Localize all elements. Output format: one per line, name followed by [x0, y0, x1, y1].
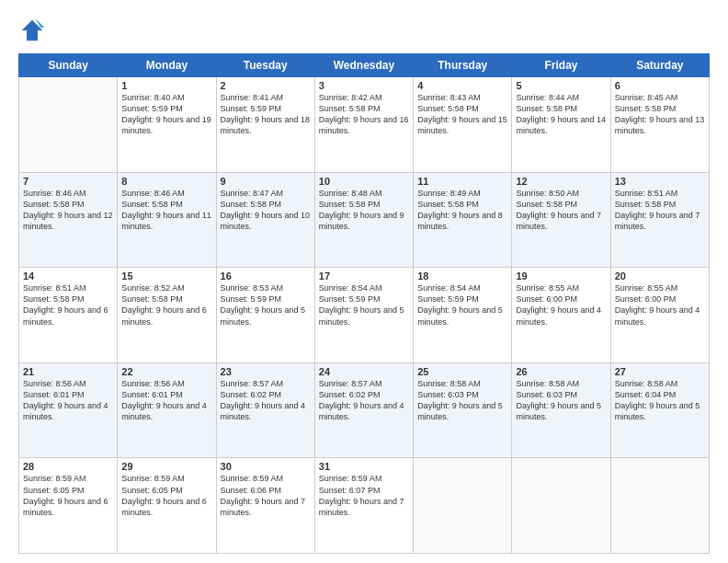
- day-number: 12: [516, 176, 606, 187]
- calendar-cell: [19, 77, 118, 173]
- day-number: 20: [615, 270, 705, 282]
- daylight-text: Daylight: 9 hours and 4 minutes.: [23, 401, 108, 421]
- sunrise-text: Sunrise: 8:40 AM: [121, 93, 185, 102]
- calendar-week-row: 21Sunrise: 8:56 AMSunset: 6:01 PMDayligh…: [19, 362, 710, 458]
- sunrise-text: Sunrise: 8:56 AM: [121, 379, 185, 388]
- calendar-cell: 1Sunrise: 8:40 AMSunset: 5:59 PMDaylight…: [118, 77, 216, 173]
- cell-info: Sunrise: 8:54 AMSunset: 5:59 PMDaylight:…: [319, 282, 409, 327]
- calendar-week-row: 28Sunrise: 8:59 AMSunset: 6:05 PMDayligh…: [19, 458, 710, 554]
- weekday-header-saturday: Saturday: [610, 54, 709, 77]
- day-number: 28: [23, 461, 113, 472]
- sunset-text: Sunset: 5:58 PM: [615, 104, 677, 113]
- daylight-text: Daylight: 9 hours and 7 minutes.: [221, 497, 306, 517]
- sunrise-text: Sunrise: 8:54 AM: [417, 283, 481, 293]
- cell-info: Sunrise: 8:51 AMSunset: 5:58 PMDaylight:…: [23, 282, 113, 327]
- sunset-text: Sunset: 6:06 PM: [221, 486, 282, 495]
- calendar-cell: 9Sunrise: 8:47 AMSunset: 5:58 PMDaylight…: [216, 172, 314, 268]
- day-number: 18: [417, 270, 507, 282]
- day-number: 13: [615, 176, 705, 187]
- sunrise-text: Sunrise: 8:48 AM: [319, 189, 382, 198]
- sunrise-text: Sunrise: 8:59 AM: [121, 474, 185, 483]
- sunset-text: Sunset: 5:58 PM: [417, 200, 479, 209]
- day-number: 23: [221, 366, 311, 377]
- cell-info: Sunrise: 8:56 AMSunset: 6:01 PMDaylight:…: [121, 378, 211, 423]
- sunset-text: Sunset: 5:59 PM: [221, 104, 282, 113]
- sunset-text: Sunset: 6:01 PM: [121, 390, 183, 399]
- day-number: 1: [121, 80, 211, 91]
- cell-info: Sunrise: 8:59 AMSunset: 6:06 PMDaylight:…: [221, 473, 311, 518]
- sunset-text: Sunset: 5:58 PM: [221, 200, 282, 209]
- sunset-text: Sunset: 6:05 PM: [121, 486, 183, 495]
- day-number: 27: [615, 366, 705, 377]
- sunrise-text: Sunrise: 8:52 AM: [121, 283, 185, 293]
- calendar-cell: 7Sunrise: 8:46 AMSunset: 5:58 PMDaylight…: [19, 172, 118, 268]
- day-number: 9: [221, 176, 311, 187]
- cell-info: Sunrise: 8:41 AMSunset: 5:59 PMDaylight:…: [221, 92, 311, 137]
- cell-info: Sunrise: 8:55 AMSunset: 6:00 PMDaylight:…: [615, 282, 705, 327]
- cell-info: Sunrise: 8:53 AMSunset: 5:59 PMDaylight:…: [221, 282, 311, 327]
- calendar-cell: 13Sunrise: 8:51 AMSunset: 5:58 PMDayligh…: [610, 172, 709, 268]
- sunrise-text: Sunrise: 8:44 AM: [516, 93, 579, 102]
- sunrise-text: Sunrise: 8:45 AM: [615, 93, 678, 102]
- cell-info: Sunrise: 8:54 AMSunset: 5:59 PMDaylight:…: [417, 282, 507, 327]
- weekday-header-wednesday: Wednesday: [314, 54, 413, 77]
- daylight-text: Daylight: 9 hours and 6 minutes.: [121, 497, 207, 517]
- sunset-text: Sunset: 5:58 PM: [23, 200, 85, 209]
- sunrise-text: Sunrise: 8:46 AM: [121, 189, 185, 198]
- calendar-cell: 17Sunrise: 8:54 AMSunset: 5:59 PMDayligh…: [314, 268, 413, 363]
- day-number: 6: [615, 80, 705, 91]
- calendar-week-row: 14Sunrise: 8:51 AMSunset: 5:58 PMDayligh…: [19, 268, 710, 363]
- day-number: 15: [121, 270, 211, 282]
- day-number: 21: [23, 366, 113, 377]
- cell-info: Sunrise: 8:57 AMSunset: 6:02 PMDaylight:…: [319, 378, 409, 423]
- sunset-text: Sunset: 6:02 PM: [319, 390, 381, 399]
- calendar-cell: 6Sunrise: 8:45 AMSunset: 5:58 PMDaylight…: [610, 77, 709, 173]
- sunrise-text: Sunrise: 8:58 AM: [615, 379, 678, 388]
- cell-info: Sunrise: 8:48 AMSunset: 5:58 PMDaylight:…: [319, 188, 409, 233]
- sunrise-text: Sunrise: 8:55 AM: [516, 283, 579, 293]
- daylight-text: Daylight: 9 hours and 5 minutes.: [417, 305, 503, 326]
- daylight-text: Daylight: 9 hours and 5 minutes.: [417, 401, 503, 421]
- calendar-cell: 27Sunrise: 8:58 AMSunset: 6:04 PMDayligh…: [610, 362, 709, 458]
- sunset-text: Sunset: 6:04 PM: [615, 390, 677, 399]
- sunrise-text: Sunrise: 8:41 AM: [221, 93, 284, 102]
- sunrise-text: Sunrise: 8:57 AM: [221, 379, 284, 388]
- calendar-week-row: 1Sunrise: 8:40 AMSunset: 5:59 PMDaylight…: [19, 77, 710, 173]
- daylight-text: Daylight: 9 hours and 4 minutes.: [121, 401, 207, 421]
- calendar-cell: 25Sunrise: 8:58 AMSunset: 6:03 PMDayligh…: [414, 362, 512, 458]
- calendar-cell: 20Sunrise: 8:55 AMSunset: 6:00 PMDayligh…: [610, 268, 709, 363]
- sunset-text: Sunset: 6:00 PM: [615, 294, 677, 304]
- sunrise-text: Sunrise: 8:57 AM: [319, 379, 382, 388]
- daylight-text: Daylight: 9 hours and 5 minutes.: [516, 401, 601, 421]
- daylight-text: Daylight: 9 hours and 9 minutes.: [319, 211, 404, 231]
- sunset-text: Sunset: 5:58 PM: [516, 200, 577, 209]
- weekday-header-tuesday: Tuesday: [216, 54, 314, 77]
- day-number: 4: [417, 80, 507, 91]
- day-number: 11: [417, 176, 507, 187]
- cell-info: Sunrise: 8:42 AMSunset: 5:58 PMDaylight:…: [319, 92, 409, 137]
- day-number: 22: [121, 366, 211, 377]
- sunset-text: Sunset: 5:59 PM: [121, 104, 183, 113]
- sunset-text: Sunset: 6:00 PM: [516, 294, 577, 304]
- calendar-cell: 10Sunrise: 8:48 AMSunset: 5:58 PMDayligh…: [314, 172, 413, 268]
- sunset-text: Sunset: 5:58 PM: [121, 294, 183, 304]
- sunset-text: Sunset: 5:58 PM: [615, 200, 677, 209]
- calendar-cell: [414, 458, 512, 554]
- daylight-text: Daylight: 9 hours and 4 minutes.: [221, 401, 306, 421]
- daylight-text: Daylight: 9 hours and 5 minutes.: [319, 305, 404, 326]
- sunset-text: Sunset: 5:58 PM: [516, 104, 577, 113]
- day-number: 7: [23, 176, 113, 187]
- cell-info: Sunrise: 8:43 AMSunset: 5:58 PMDaylight:…: [417, 92, 507, 137]
- sunset-text: Sunset: 5:58 PM: [319, 200, 381, 209]
- day-number: 14: [23, 270, 113, 282]
- cell-info: Sunrise: 8:46 AMSunset: 5:58 PMDaylight:…: [23, 188, 113, 233]
- sunrise-text: Sunrise: 8:51 AM: [23, 283, 86, 293]
- cell-info: Sunrise: 8:59 AMSunset: 6:05 PMDaylight:…: [23, 473, 113, 518]
- day-number: 16: [221, 270, 311, 282]
- calendar-cell: 26Sunrise: 8:58 AMSunset: 6:03 PMDayligh…: [512, 362, 610, 458]
- calendar-table: SundayMondayTuesdayWednesdayThursdayFrid…: [18, 53, 710, 554]
- sunset-text: Sunset: 5:59 PM: [221, 294, 282, 304]
- cell-info: Sunrise: 8:45 AMSunset: 5:58 PMDaylight:…: [615, 92, 705, 137]
- cell-info: Sunrise: 8:58 AMSunset: 6:03 PMDaylight:…: [516, 378, 606, 423]
- calendar-cell: 14Sunrise: 8:51 AMSunset: 5:58 PMDayligh…: [19, 268, 118, 363]
